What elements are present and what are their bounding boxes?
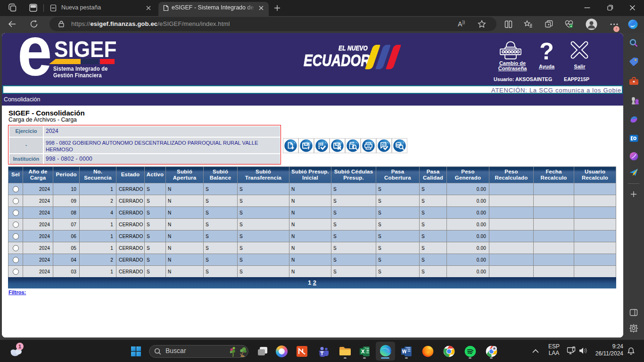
svg-text:C: C	[382, 143, 385, 147]
